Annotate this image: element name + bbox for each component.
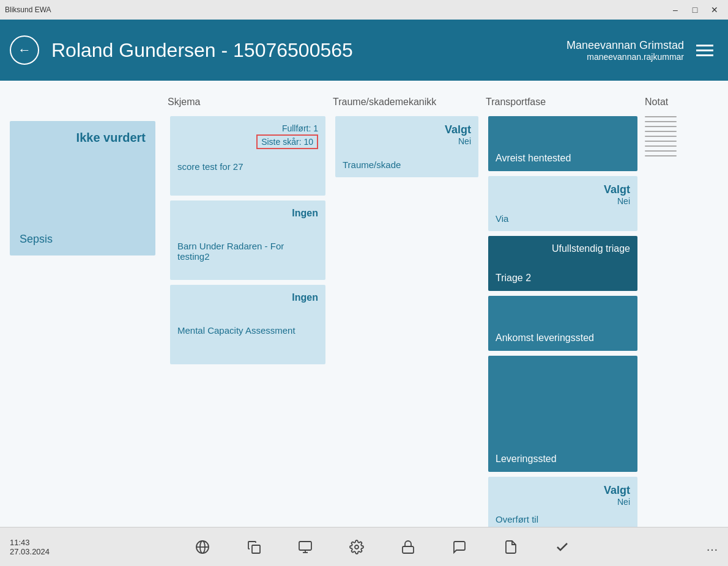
notat-line-5 bbox=[645, 136, 677, 137]
notat-line-6 bbox=[645, 141, 677, 142]
time: 11:43 bbox=[10, 538, 59, 547]
hamburger-line-2 bbox=[696, 50, 713, 51]
title-bar: Bliksund EWA – □ ✕ bbox=[0, 0, 728, 20]
ankomst-label: Ankomst leveringssted bbox=[496, 333, 630, 344]
monitor-icon bbox=[298, 540, 313, 554]
menu-button[interactable] bbox=[691, 40, 718, 61]
leveringssted-label: Leveringssted bbox=[496, 454, 557, 465]
notat-line-9 bbox=[645, 155, 677, 156]
user-name: Maneevannan Grimstad bbox=[566, 39, 684, 52]
copy-icon bbox=[247, 540, 261, 554]
more-button[interactable]: … bbox=[706, 540, 718, 554]
fulltfort-label: Fullført: 1 bbox=[177, 123, 318, 133]
message-icon bbox=[452, 540, 467, 554]
svg-rect-3 bbox=[252, 545, 260, 553]
lock-icon bbox=[401, 540, 415, 554]
notat-header: Notat bbox=[642, 81, 679, 111]
skjema-card-3[interactable]: Ingen Mental Capacity Assessment bbox=[170, 285, 325, 364]
close-button[interactable]: ✕ bbox=[706, 4, 723, 16]
transport-card-triage[interactable]: Ufullstendig triage Triage 2 bbox=[488, 236, 637, 291]
svg-point-7 bbox=[355, 545, 358, 549]
file-icon bbox=[503, 540, 518, 554]
minimize-button[interactable]: – bbox=[667, 4, 684, 16]
transport-card-via[interactable]: Valgt Nei Via bbox=[488, 176, 637, 231]
traume-nei: Nei bbox=[343, 136, 471, 146]
maximize-button[interactable]: □ bbox=[686, 4, 704, 16]
ingen-label-3: Ingen bbox=[177, 292, 318, 303]
svg-rect-4 bbox=[299, 542, 311, 550]
notat-line-4 bbox=[645, 131, 677, 132]
diagnosis-card[interactable]: Ikke vurdert Sepsis bbox=[10, 121, 155, 255]
time-display: 11:43 27.03.2024 bbox=[10, 538, 59, 556]
left-panel: Ikke vurdert Sepsis bbox=[0, 81, 165, 527]
hamburger-line-1 bbox=[696, 45, 713, 46]
skjema-card-1-title: score test for 27 bbox=[177, 161, 318, 172]
globe-icon bbox=[195, 540, 210, 554]
transport-card-ankomst[interactable]: Ankomst leveringssted bbox=[488, 296, 637, 351]
triage-bottom-label: Triage 2 bbox=[496, 273, 630, 284]
ingen-label-2: Ingen bbox=[177, 208, 318, 219]
skjema-header: Skjema bbox=[165, 81, 330, 111]
hamburger-line-3 bbox=[696, 54, 713, 56]
user-info: Maneevannan Grimstad maneevannan.rajkumm… bbox=[566, 39, 684, 62]
skjema-card-2[interactable]: Ingen Barn Under Radaren - For testing2 bbox=[170, 200, 325, 280]
transport-column: Transportfase Avreist hentested Valgt Ne… bbox=[483, 81, 642, 527]
notat-line-1 bbox=[645, 116, 677, 117]
skjema-card-2-title: Barn Under Radaren - For testing2 bbox=[177, 241, 318, 262]
via-valgt: Valgt bbox=[496, 183, 630, 196]
overfrt-valgt: Valgt bbox=[496, 484, 630, 497]
via-nei: Nei bbox=[496, 196, 630, 206]
diagnosis-name: Sepsis bbox=[20, 233, 146, 246]
traume-card-1[interactable]: Valgt Nei Traume/skade bbox=[335, 116, 478, 177]
notat-line-2 bbox=[645, 121, 677, 122]
globe-icon-button[interactable] bbox=[191, 536, 214, 558]
app-title: Bliksund EWA bbox=[5, 6, 51, 14]
skjema-column: Skjema Fullført: 1 Siste skår: 10 score … bbox=[165, 81, 330, 527]
overfrt-nei: Nei bbox=[496, 497, 630, 507]
skjema-card-3-title: Mental Capacity Assessment bbox=[177, 325, 318, 336]
svg-rect-8 bbox=[403, 546, 414, 553]
date: 27.03.2024 bbox=[10, 547, 59, 556]
settings-icon bbox=[349, 540, 364, 554]
transport-body: Avreist hentested Valgt Nei Via Ufullste… bbox=[483, 111, 642, 527]
transport-card-leveringssted[interactable]: Leveringssted bbox=[488, 356, 637, 472]
monitor-icon-button[interactable] bbox=[294, 536, 316, 558]
settings-icon-button[interactable] bbox=[346, 536, 368, 558]
patient-title: Roland Gundersen - 15076500565 bbox=[51, 39, 566, 62]
transport-header: Transportfase bbox=[483, 81, 642, 111]
siste-skaar-box: Siste skår: 10 bbox=[256, 134, 318, 149]
transport-card-overfrt[interactable]: Valgt Nei Overført til bbox=[488, 477, 637, 527]
main-content: Ikke vurdert Sepsis Skjema Fullført: 1 S… bbox=[0, 81, 728, 527]
columns-area: Skjema Fullført: 1 Siste skår: 10 score … bbox=[165, 81, 728, 527]
check-icon-button[interactable] bbox=[551, 536, 573, 558]
user-login: maneevannan.rajkummar bbox=[566, 52, 684, 62]
bottom-icons bbox=[59, 536, 706, 558]
traume-valgt: Valgt bbox=[343, 123, 471, 136]
window-controls: – □ ✕ bbox=[667, 4, 723, 16]
lock-icon-button[interactable] bbox=[397, 536, 419, 558]
check-icon bbox=[555, 540, 570, 554]
traume-body: Valgt Nei Traume/skade bbox=[330, 111, 483, 527]
back-icon: ← bbox=[18, 42, 31, 58]
header: ← Roland Gundersen - 15076500565 Maneeva… bbox=[0, 20, 728, 81]
traume-header: Traume/skademekanikk bbox=[330, 81, 483, 111]
transport-card-avreist[interactable]: Avreist hentested bbox=[488, 116, 637, 171]
notat-line-8 bbox=[645, 150, 677, 152]
bottom-bar: 11:43 27.03.2024 bbox=[0, 527, 728, 566]
diagnosis-title: Ikke vurdert bbox=[20, 131, 146, 145]
via-label: Via bbox=[496, 213, 630, 224]
notat-line-7 bbox=[645, 145, 677, 147]
skjema-card-1[interactable]: Fullført: 1 Siste skår: 10 score test fo… bbox=[170, 116, 325, 196]
message-icon-button[interactable] bbox=[448, 536, 470, 558]
notat-line-3 bbox=[645, 126, 677, 127]
avreist-label: Avreist hentested bbox=[496, 153, 630, 164]
traume-label: Traume/skade bbox=[343, 160, 471, 170]
copy-icon-button[interactable] bbox=[243, 536, 265, 558]
triage-top-label: Ufullstendig triage bbox=[496, 243, 630, 254]
file-icon-button[interactable] bbox=[500, 536, 522, 558]
left-panel-spacer bbox=[10, 90, 155, 121]
overfrt-label: Overført til bbox=[496, 514, 630, 524]
skjema-body: Fullført: 1 Siste skår: 10 score test fo… bbox=[165, 111, 330, 527]
back-button[interactable]: ← bbox=[10, 35, 39, 65]
notat-lines bbox=[642, 111, 679, 161]
